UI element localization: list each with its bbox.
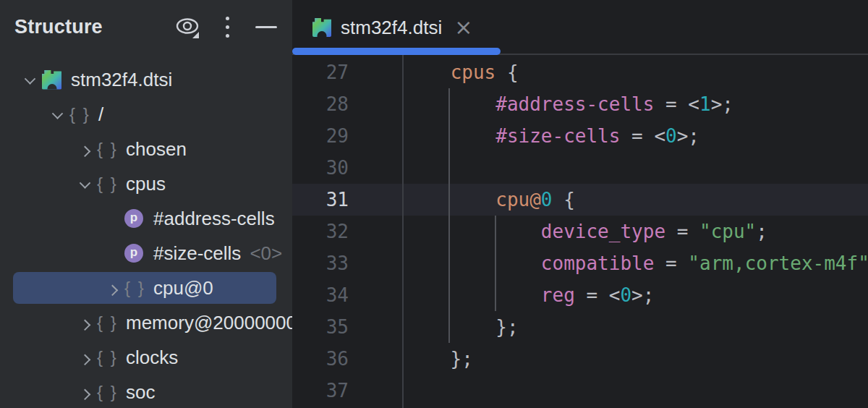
tree-item-value: <0> xyxy=(250,242,282,265)
devicetree-file-icon xyxy=(42,70,61,90)
tree-item-label: soc xyxy=(126,381,155,404)
code-area[interactable]: cpus { #address-cells = <1>; #size-cells… xyxy=(405,56,868,407)
structure-panel: Structure stm32f4.dtsi{ }/{ }chosen{ }cp… xyxy=(0,0,292,408)
tab-close-icon[interactable]: × xyxy=(454,17,472,38)
tree-item-cpu-0[interactable]: { }cpu@0 xyxy=(0,271,292,305)
chevron-down-icon[interactable] xyxy=(45,111,69,119)
line-number[interactable]: 29 xyxy=(292,120,402,152)
tab-stm32f4-dtsi[interactable]: stm32f4.dtsi × xyxy=(292,0,501,55)
code-line[interactable]: }; xyxy=(405,343,868,375)
kebab-menu-icon xyxy=(226,17,229,38)
editor-body[interactable]: 2728293031323334353637 cpus { #address-c… xyxy=(292,55,868,408)
code-line[interactable]: }; xyxy=(405,311,868,343)
braces-icon: { } xyxy=(97,313,118,333)
chevron-right-icon[interactable] xyxy=(72,145,97,153)
code-line[interactable] xyxy=(405,152,868,184)
tree-item-label: memory@20000000 xyxy=(126,312,292,334)
line-number[interactable]: 37 xyxy=(292,375,402,407)
tree-item-cpus[interactable]: { }cpus xyxy=(0,166,292,201)
line-number[interactable]: 36 xyxy=(292,343,402,375)
property-icon: p xyxy=(124,244,143,263)
tree-item-stm32f4-dtsi[interactable]: stm32f4.dtsi xyxy=(0,62,292,97)
tree-item-label: cpu@0 xyxy=(153,277,213,299)
selected-tab-underline xyxy=(292,48,501,55)
chevron-down-icon[interactable] xyxy=(17,76,42,84)
code-line[interactable]: compatible = "arm,cortex-m4f" xyxy=(405,247,868,279)
line-number[interactable]: 35 xyxy=(292,311,402,343)
editor-tab-bar: stm32f4.dtsi × xyxy=(292,0,868,55)
tab-label: stm32f4.dtsi xyxy=(341,17,442,39)
braces-icon: { } xyxy=(69,104,90,124)
tree-item-soc[interactable]: { }soc xyxy=(0,375,292,408)
tree-item-label: / xyxy=(98,103,103,126)
hide-panel-button[interactable] xyxy=(252,12,281,41)
braces-icon: { } xyxy=(97,174,118,194)
panel-title: Structure xyxy=(14,16,103,38)
line-number[interactable]: 34 xyxy=(292,279,402,311)
line-number[interactable]: 27 xyxy=(292,56,402,88)
editor-panel: stm32f4.dtsi × 2728293031323334353637 cp… xyxy=(292,0,868,408)
chevron-right-icon[interactable] xyxy=(100,284,124,292)
devicetree-file-icon xyxy=(312,18,331,37)
braces-icon: { } xyxy=(97,347,118,367)
line-number[interactable]: 33 xyxy=(292,247,402,279)
chevron-down-icon[interactable] xyxy=(72,180,97,188)
code-line[interactable] xyxy=(405,375,868,407)
minimize-icon xyxy=(255,26,277,28)
braces-icon: { } xyxy=(97,382,118,402)
gutter-separator xyxy=(402,55,404,408)
tree-item-label: #address-cells xyxy=(153,208,275,230)
chevron-right-icon[interactable] xyxy=(72,388,97,396)
more-actions-button[interactable] xyxy=(213,12,242,41)
line-number[interactable]: 28 xyxy=(292,88,402,120)
tree-item-label: clocks xyxy=(126,347,178,369)
tree-item-label: stm32f4.dtsi xyxy=(71,69,172,91)
tree-item--[interactable]: { }/ xyxy=(0,97,292,132)
property-icon: p xyxy=(124,209,143,228)
braces-icon: { } xyxy=(124,278,145,298)
chevron-right-icon[interactable] xyxy=(72,319,97,327)
dropdown-triangle-icon xyxy=(192,32,199,38)
structure-panel-header: Structure xyxy=(0,0,292,54)
structure-tree: stm32f4.dtsi{ }/{ }chosen{ }cpusp#addres… xyxy=(0,54,292,408)
tree-item-chosen[interactable]: { }chosen xyxy=(0,132,292,166)
code-line[interactable]: device_type = "cpu"; xyxy=(405,216,868,247)
panel-toolbar xyxy=(174,12,281,41)
braces-icon: { } xyxy=(97,139,118,159)
tree-item-label: #size-cells xyxy=(153,242,241,265)
code-line[interactable]: #size-cells = <0>; xyxy=(405,120,868,152)
line-number[interactable]: 31 xyxy=(292,184,402,216)
editor-gutter[interactable]: 2728293031323334353637 xyxy=(292,56,402,407)
tree-item-clocks[interactable]: { }clocks xyxy=(0,340,292,375)
code-line[interactable]: cpu@0 { xyxy=(405,184,868,216)
code-line[interactable]: cpus { xyxy=(405,56,868,88)
tree-item-memory-20000000[interactable]: { }memory@20000000 xyxy=(0,305,292,340)
code-line[interactable]: #address-cells = <1>; xyxy=(405,88,868,120)
line-number[interactable]: 30 xyxy=(292,152,402,184)
code-line[interactable]: reg = <0>; xyxy=(405,279,868,311)
ide-window: Structure stm32f4.dtsi{ }/{ }chosen{ }cp… xyxy=(0,0,868,408)
tree-item-label: cpus xyxy=(126,173,166,195)
tree-item-label: chosen xyxy=(126,138,187,161)
line-number[interactable]: 32 xyxy=(292,216,402,247)
chevron-right-icon[interactable] xyxy=(72,354,97,362)
view-options-button[interactable] xyxy=(174,12,203,41)
tree-item--size-cells[interactable]: p#size-cells<0> xyxy=(0,236,292,271)
tree-item--address-cells[interactable]: p#address-cells xyxy=(0,201,292,236)
